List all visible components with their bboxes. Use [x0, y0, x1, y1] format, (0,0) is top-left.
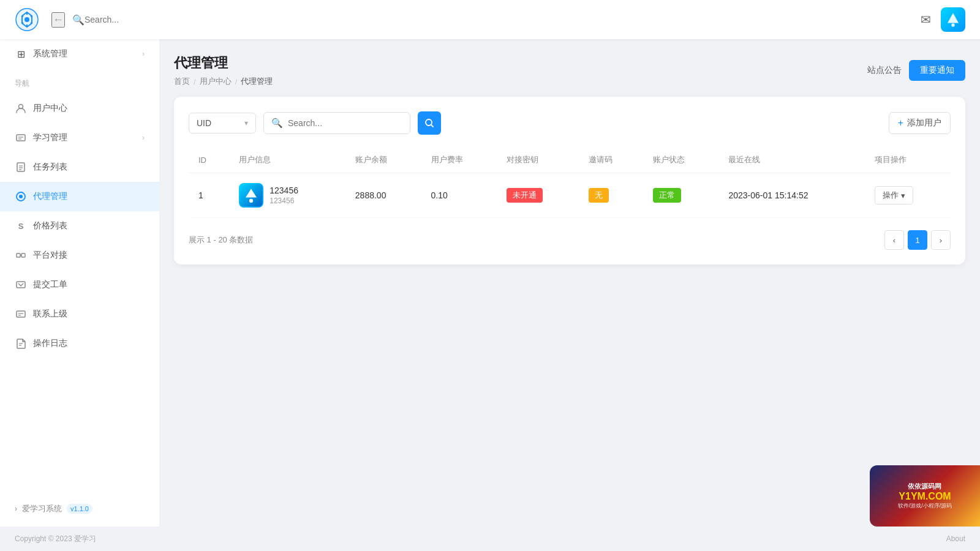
watermark-overlay: 依依源码网 Y1YM.COM 软件/游戏/小程序/源码 — [870, 465, 980, 527]
status-badge: 正常 — [653, 188, 681, 203]
system-info[interactable]: › 爱学习系统 v1.1.0 — [15, 503, 145, 514]
page-header-actions: 站点公告 重要通知 — [867, 60, 965, 81]
col-balance: 账户余额 — [345, 147, 421, 173]
add-user-button[interactable]: + 添加用户 — [889, 112, 951, 134]
user-name-sub: 123456 — [270, 197, 298, 205]
breadcrumb-current: 代理管理 — [241, 76, 273, 87]
chevron-right-icon: › — [142, 50, 145, 58]
main-card: UID ▾ 🔍 + 添加用户 — [174, 97, 965, 264]
sidebar-label-price: 价格列表 — [33, 220, 145, 231]
svg-rect-25 — [17, 282, 25, 288]
user-name-main: 123456 — [270, 186, 298, 195]
col-user-info: 用户信息 — [229, 147, 345, 173]
watermark-subtitle: 软件/游戏/小程序/源码 — [898, 502, 952, 510]
header: ← 🔍 ✉ — [0, 0, 980, 39]
expand-icon: › — [15, 504, 17, 513]
task-icon — [15, 161, 27, 173]
pagination-info: 展示 1 - 20 条数据 — [189, 234, 253, 246]
tickets-icon — [15, 279, 27, 291]
chevron-right-study-icon: › — [142, 133, 145, 142]
plus-icon: + — [898, 118, 903, 129]
sidebar-item-platform[interactable]: 平台对接 — [0, 241, 159, 270]
sidebar-label-agent: 代理管理 — [33, 191, 145, 202]
app-logo — [15, 7, 39, 32]
sidebar-label-contact: 联系上级 — [33, 309, 145, 320]
back-button[interactable]: ← — [51, 12, 65, 28]
cell-last-online: 2023-06-01 15:14:52 — [718, 173, 865, 218]
col-api-key: 对接密钥 — [497, 147, 579, 173]
sidebar-item-contact[interactable]: 联系上级 — [0, 299, 159, 329]
sidebar-item-study[interactable]: 学习管理 › — [0, 123, 159, 152]
col-status: 账户状态 — [643, 147, 719, 173]
action-label: 操作 — [883, 190, 899, 201]
sidebar-item-user-center[interactable]: 用户中心 — [0, 94, 159, 123]
svg-line-5 — [31, 23, 32, 23]
svg-line-8 — [22, 16, 23, 17]
uid-filter-select[interactable]: UID ▾ — [189, 113, 256, 133]
sidebar-label-study: 学习管理 — [33, 132, 142, 143]
footer: Copyright © 2023 爱学习 About — [0, 527, 980, 551]
svg-line-7 — [22, 23, 23, 23]
action-chevron-icon: ▾ — [901, 191, 905, 200]
cell-action: 操作 ▾ — [865, 173, 951, 218]
table-body: 1 — [189, 173, 951, 218]
cell-invite: 无 — [579, 173, 643, 218]
next-page-button[interactable]: › — [931, 230, 951, 250]
col-rate: 用户费率 — [421, 147, 497, 173]
sidebar-item-task[interactable]: 任务列表 — [0, 152, 159, 182]
pagination-controls: ‹ 1 › — [884, 230, 951, 250]
breadcrumb: 首页 / 用户中心 / 代理管理 — [174, 76, 273, 87]
important-button[interactable]: 重要通知 — [909, 60, 965, 81]
breadcrumb-sep-1: / — [194, 77, 196, 86]
page-header: 代理管理 首页 / 用户中心 / 代理管理 站点公告 重要通知 — [174, 54, 965, 87]
svg-rect-26 — [17, 311, 25, 317]
svg-line-32 — [431, 125, 433, 127]
prev-page-button[interactable]: ‹ — [884, 230, 904, 250]
mail-icon[interactable]: ✉ — [921, 12, 931, 27]
svg-point-21 — [19, 195, 23, 198]
breadcrumb-home[interactable]: 首页 — [174, 76, 190, 87]
contact-icon — [15, 308, 27, 320]
api-key-badge: 未开通 — [507, 188, 543, 203]
watermark-domain: Y1YM.COM — [898, 491, 952, 502]
page-1-button[interactable]: 1 — [908, 230, 927, 250]
uid-label: UID — [197, 118, 211, 128]
sidebar-item-system[interactable]: ⊞ 系统管理 › — [0, 39, 159, 69]
col-invite: 邀请码 — [579, 147, 643, 173]
oplog-icon — [15, 337, 27, 350]
chevron-down-icon: ▾ — [244, 119, 248, 127]
cell-status: 正常 — [643, 173, 719, 218]
sidebar-bottom: › 爱学习系统 v1.1.0 — [0, 491, 159, 527]
header-right: ✉ — [921, 7, 965, 32]
sidebar-item-price[interactable]: S 价格列表 — [0, 211, 159, 241]
table-search-input[interactable] — [288, 118, 402, 128]
svg-point-2 — [24, 17, 29, 22]
announcement-button[interactable]: 站点公告 — [867, 65, 902, 76]
search-icon-header: 🔍 — [72, 14, 85, 26]
footer-right-text: About — [946, 534, 965, 543]
sidebar-item-tickets[interactable]: 提交工单 — [0, 270, 159, 299]
table-head: ID 用户信息 账户余额 用户费率 对接密钥 邀请码 账户状态 最近在线 项目操… — [189, 147, 951, 173]
sidebar-label-system: 系统管理 — [33, 48, 142, 59]
price-icon: S — [15, 220, 27, 232]
sidebar-item-oplog[interactable]: 操作日志 — [0, 329, 159, 358]
search-button[interactable] — [418, 111, 441, 135]
user-names: 123456 123456 — [270, 186, 298, 205]
header-search-input[interactable] — [85, 15, 268, 24]
svg-point-35 — [249, 199, 253, 203]
filter-row: UID ▾ 🔍 + 添加用户 — [189, 111, 951, 135]
cell-api-key: 未开通 — [497, 173, 579, 218]
user-avatar — [239, 183, 263, 208]
sidebar-label-oplog: 操作日志 — [33, 338, 145, 349]
cell-user-info: 123456 123456 — [229, 173, 345, 218]
sidebar-item-agent[interactable]: 代理管理 — [0, 182, 159, 211]
invite-badge: 无 — [589, 188, 609, 203]
watermark-content: 依依源码网 Y1YM.COM 软件/游戏/小程序/源码 — [898, 482, 952, 510]
svg-line-4 — [31, 16, 32, 17]
sidebar-label-task: 任务列表 — [33, 162, 145, 173]
sidebar-label-platform: 平台对接 — [33, 250, 145, 261]
action-button[interactable]: 操作 ▾ — [875, 186, 913, 204]
breadcrumb-user-center[interactable]: 用户中心 — [200, 76, 232, 87]
cell-rate: 0.10 — [421, 173, 497, 218]
svg-rect-16 — [17, 163, 24, 171]
